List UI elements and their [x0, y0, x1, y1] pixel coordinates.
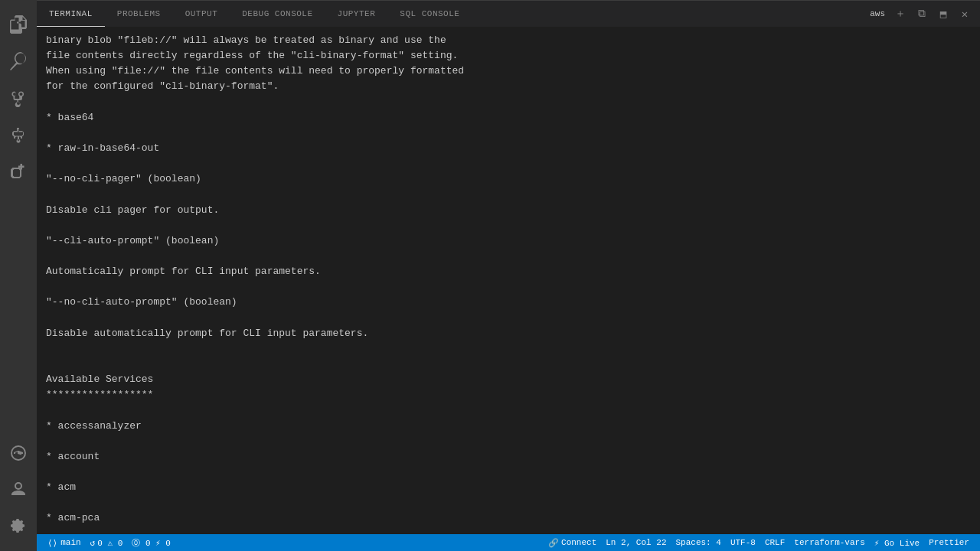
tab-terminal[interactable]: TERMINAL	[37, 1, 105, 27]
terminal-line: "--cli-auto-prompt" (boolean)	[46, 233, 971, 249]
status-bar: ⟨⟩ main ↺ 0 ⚠ 0 ⓪ 0 ⚡ 0 🔗 Connect Ln 2, …	[37, 534, 980, 551]
main-area: TERMINAL PROBLEMS OUTPUT DEBUG CONSOLE J…	[37, 0, 980, 551]
tab-output[interactable]: OUTPUT	[173, 1, 230, 27]
status-bar-left: ⟨⟩ main ↺ 0 ⚠ 0 ⓪ 0 ⚡ 0	[43, 534, 175, 551]
terminal-line: Disable automatically prompt for CLI inp…	[46, 326, 971, 341]
terminal-line: for the configured "cli-binary-format".	[46, 79, 971, 94]
panel-tabs: TERMINAL PROBLEMS OUTPUT DEBUG CONSOLE J…	[37, 0, 980, 27]
encoding-label: UTF-8	[730, 538, 756, 547]
terminal-blank	[46, 156, 971, 171]
prettier-item[interactable]: Prettier	[924, 534, 974, 551]
terminal-line: Disable cli pager for output.	[46, 203, 971, 218]
terminal-blank	[46, 495, 971, 510]
terminal-line: * acm	[46, 480, 971, 495]
run-debug-icon[interactable]	[0, 116, 37, 153]
terminal-line: binary blob "fileb://" will always be tr…	[46, 33, 971, 48]
sync-status-item[interactable]: ↺ 0 ⚠ 0	[86, 534, 128, 551]
terminal-line: * base64	[46, 110, 971, 126]
maximize-panel-button[interactable]: ⬒	[934, 5, 952, 23]
extensions-icon[interactable]	[0, 153, 37, 190]
terminal-blank	[46, 527, 971, 535]
terminal-blank	[46, 218, 971, 233]
remote-icon: ⟨⟩	[47, 538, 57, 548]
terminal-line: When using "file://" the file contents w…	[46, 64, 971, 79]
terminal-blank	[46, 357, 971, 372]
explorer-icon[interactable]	[0, 6, 37, 43]
connect-icon: 🔗	[548, 538, 559, 548]
spaces-item[interactable]: Spaces: 4	[671, 534, 725, 551]
tab-sql-console[interactable]: SQL CONSOLE	[387, 1, 472, 27]
aws-label: aws	[867, 9, 888, 18]
search-icon[interactable]	[0, 43, 37, 80]
terminal-line: * acm-pca	[46, 510, 971, 526]
language-item[interactable]: terraform-vars	[789, 534, 869, 551]
prettier-label: Prettier	[929, 538, 969, 547]
spaces-label: Spaces: 4	[675, 538, 720, 547]
terminal-blank	[46, 95, 971, 110]
remote-explorer-icon[interactable]	[0, 435, 37, 471]
connect-label: Connect	[561, 538, 596, 547]
terminal-line-account: * account	[46, 449, 971, 465]
terminal-blank	[46, 126, 971, 141]
line-col-label: Ln 2, Col 22	[606, 538, 666, 547]
terminal-line: Available Services	[46, 372, 971, 387]
terminal-line: Automatically prompt for CLI input param…	[46, 264, 971, 279]
terminal-blank	[46, 465, 971, 480]
terminal-blank	[46, 341, 971, 357]
sync-icon: ↺	[90, 538, 96, 548]
status-bar-right: 🔗 Connect Ln 2, Col 22 Spaces: 4 UTF-8 C…	[544, 534, 974, 551]
live-share-item[interactable]: ⚡ Go Live	[870, 534, 924, 551]
terminal-line: file contents directly regardless of the…	[46, 48, 971, 64]
terminal-line: * raw-in-base64-out	[46, 141, 971, 156]
source-control-icon[interactable]	[0, 80, 37, 116]
terminal-line: "--no-cli-auto-prompt" (boolean)	[46, 295, 971, 310]
line-ending-label: CRLF	[765, 538, 785, 547]
close-panel-button[interactable]: ✕	[956, 5, 974, 23]
line-col-item[interactable]: Ln 2, Col 22	[601, 534, 671, 551]
terminal-blank	[46, 187, 971, 202]
live-share-label: ⚡ Go Live	[874, 538, 920, 548]
terminal-line: * accessanalyzer	[46, 419, 971, 434]
terminal-line: ******************	[46, 387, 971, 403]
settings-icon[interactable]	[0, 508, 37, 545]
line-ending-item[interactable]: CRLF	[760, 534, 789, 551]
sync-count: 0 ⚠ 0	[97, 538, 122, 548]
split-terminal-button[interactable]: ⧉	[913, 5, 931, 23]
encoding-item[interactable]: UTF-8	[726, 534, 760, 551]
connect-status-item[interactable]: 🔗 Connect	[544, 534, 601, 551]
terminal-blank	[46, 434, 971, 449]
panel-tab-actions: aws ＋ ⧉ ⬒ ✕	[867, 5, 980, 23]
terminal-blank	[46, 403, 971, 418]
terminal-content[interactable]: binary blob "fileb://" will always be tr…	[37, 27, 980, 534]
add-terminal-button[interactable]: ＋	[891, 5, 910, 23]
terminal-line: "--no-cli-pager" (boolean)	[46, 171, 971, 187]
branch-label: main	[60, 538, 80, 547]
terminal-blank	[46, 279, 971, 295]
tab-debug-console[interactable]: DEBUG CONSOLE	[230, 1, 325, 27]
account-icon[interactable]	[0, 471, 37, 508]
remote-status-item[interactable]: ⟨⟩ main	[43, 534, 86, 551]
tab-problems[interactable]: PROBLEMS	[105, 1, 173, 27]
activity-bar	[0, 0, 37, 551]
terminal-blank	[46, 311, 971, 326]
language-label: terraform-vars	[794, 538, 864, 547]
error-warning-text: ⓪ 0 ⚡ 0	[132, 537, 171, 549]
terminal-blank	[46, 249, 971, 264]
error-warning-item[interactable]: ⓪ 0 ⚡ 0	[127, 534, 175, 551]
tab-jupyter[interactable]: JUPYTER	[325, 1, 388, 27]
